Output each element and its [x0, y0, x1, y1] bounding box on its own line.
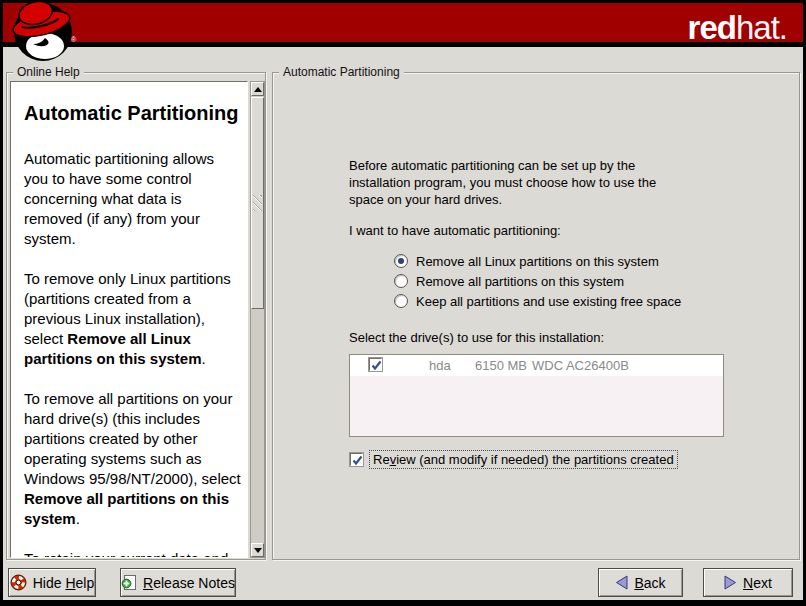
back-button[interactable]: Back — [598, 568, 683, 597]
online-help-frame-label: Online Help — [13, 65, 84, 79]
brand-hat: hat. — [736, 9, 787, 46]
review-option: Review (and modify if needed) the partit… — [350, 450, 678, 469]
release-notes-button[interactable]: Release Notes — [120, 568, 236, 597]
intro-text: Before automatic partitioning can be set… — [349, 157, 671, 208]
checkmark-icon — [370, 359, 383, 372]
radio-dot-icon — [398, 258, 404, 264]
drive-size: 6150 MB — [475, 358, 527, 373]
next-arrow-icon — [724, 575, 737, 590]
scroll-down-button[interactable] — [251, 543, 264, 557]
review-checkbox-label[interactable]: Review (and modify if needed) the partit… — [369, 450, 678, 469]
drive-model: WDC AC26400B — [532, 358, 629, 373]
radio-button[interactable] — [394, 294, 408, 308]
automatic-partitioning-frame: Automatic Partitioning Before automatic … — [272, 72, 800, 560]
life-preserver-icon — [10, 574, 27, 591]
next-button[interactable]: Next — [703, 568, 793, 597]
header-bar: redhat. — [3, 3, 803, 47]
drive-checkbox[interactable] — [369, 358, 382, 371]
partitioning-radio-group: Remove all Linux partitions on this syst… — [394, 251, 681, 311]
help-paragraph: Automatic partitioning allows you to hav… — [24, 149, 241, 249]
checkmark-icon — [351, 454, 364, 467]
back-button-label: Back — [634, 575, 665, 591]
svg-text:®: ® — [71, 36, 77, 43]
scrollbar-thumb[interactable] — [251, 97, 264, 309]
drives-label: Select the drive(s) to use for this inst… — [349, 330, 604, 345]
hide-help-label: Hide Help — [33, 575, 95, 591]
radio-option[interactable]: Remove all Linux partitions on this syst… — [394, 251, 681, 271]
help-paragraph: To retain your current data and — [24, 549, 241, 558]
installer-window: redhat. ® Online Help Automatic Partitio… — [3, 3, 803, 600]
step-frame-label: Automatic Partitioning — [279, 65, 404, 79]
help-paragraph: To remove only Linux partitions (partiti… — [24, 269, 241, 369]
help-scrollbar[interactable] — [250, 81, 265, 558]
radio-option-label: Keep all partitions and use existing fre… — [416, 294, 681, 309]
help-title: Automatic Partitioning — [24, 102, 241, 125]
help-text-panel: Automatic Partitioning Automatic partiti… — [10, 81, 248, 558]
hide-help-button[interactable]: Hide Help — [8, 568, 96, 597]
help-content: Automatic Partitioning Automatic partiti… — [11, 82, 247, 558]
review-checkbox[interactable] — [350, 453, 363, 466]
help-paragraph: To remove all partitions on your hard dr… — [24, 389, 241, 529]
scroll-up-arrow-icon — [254, 87, 262, 92]
drive-table[interactable]: hda6150 MBWDC AC26400B — [349, 354, 724, 437]
drive-row[interactable]: hda6150 MBWDC AC26400B — [350, 355, 723, 376]
scroll-down-arrow-icon — [254, 548, 262, 553]
redhat-wordmark: redhat. — [688, 9, 787, 47]
help-paragraphs: Automatic partitioning allows you to hav… — [24, 149, 241, 558]
question-text: I want to have automatic partitioning: — [349, 223, 561, 238]
online-help-frame: Online Help Automatic Partitioning Autom… — [6, 72, 266, 560]
scrollbar-grip-icon — [253, 195, 262, 211]
redhat-shadowman-icon: ® — [5, 2, 83, 64]
back-arrow-icon — [615, 575, 628, 590]
scroll-up-button[interactable] — [251, 82, 264, 96]
release-notes-label: Release Notes — [143, 575, 235, 591]
radio-button[interactable] — [394, 274, 408, 288]
radio-option-label: Remove all Linux partitions on this syst… — [416, 254, 659, 269]
radio-option[interactable]: Remove all partitions on this system — [394, 271, 681, 291]
radio-option[interactable]: Keep all partitions and use existing fre… — [394, 291, 681, 311]
radio-option-label: Remove all partitions on this system — [416, 274, 624, 289]
page-plus-icon — [121, 574, 137, 591]
brand-red: red — [688, 9, 736, 46]
next-button-label: Next — [743, 575, 772, 591]
drive-device: hda — [429, 358, 451, 373]
radio-button[interactable] — [394, 254, 408, 268]
